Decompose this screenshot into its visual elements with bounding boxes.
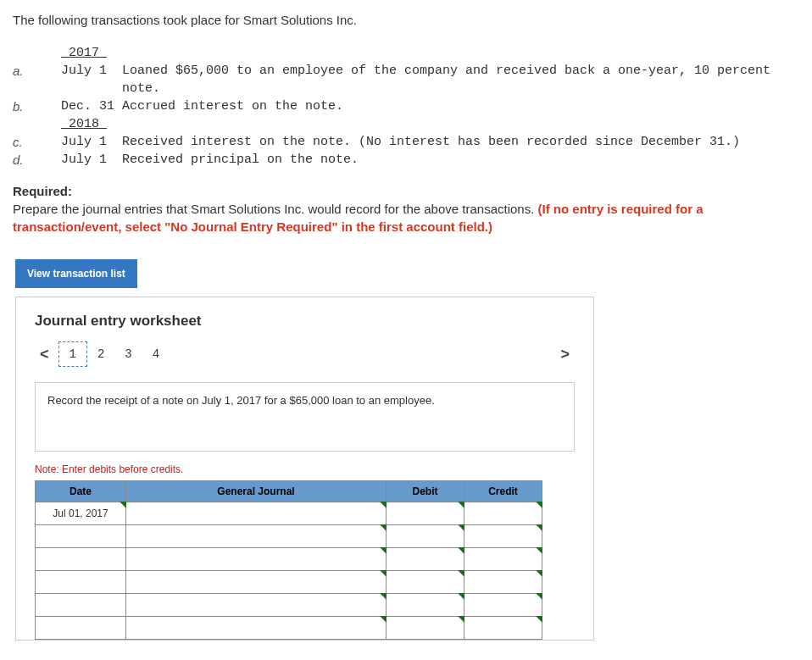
worksheet-title: Journal entry worksheet bbox=[35, 313, 575, 330]
credit-cell[interactable] bbox=[464, 594, 542, 617]
date-cell[interactable]: Jul 01, 2017 bbox=[36, 502, 126, 525]
year-2017: 2017 bbox=[61, 46, 107, 60]
tab-1[interactable]: 1 bbox=[58, 341, 87, 367]
note-text: Note: Enter debits before credits. bbox=[35, 463, 575, 475]
tab-3[interactable]: 3 bbox=[114, 342, 142, 366]
instruction-box: Record the receipt of a note on July 1, … bbox=[35, 382, 575, 452]
required-label: Required: bbox=[13, 184, 799, 198]
general-journal-cell[interactable] bbox=[126, 502, 387, 525]
date-cell[interactable] bbox=[36, 594, 126, 617]
header-date: Date bbox=[36, 481, 126, 502]
general-journal-cell[interactable] bbox=[126, 594, 387, 617]
credit-cell[interactable] bbox=[464, 548, 542, 571]
table-row bbox=[36, 548, 542, 571]
dropdown-indicator-icon bbox=[536, 502, 542, 508]
debit-cell[interactable] bbox=[387, 525, 464, 548]
view-transaction-list-button[interactable]: View transaction list bbox=[15, 259, 137, 288]
date-cell[interactable] bbox=[36, 617, 126, 640]
tab-row: < 1 2 3 4 > bbox=[35, 341, 575, 367]
table-row bbox=[36, 617, 542, 640]
intro-text: The following transactions took place fo… bbox=[13, 13, 799, 27]
table-row bbox=[36, 525, 542, 548]
date-cell[interactable] bbox=[36, 548, 126, 571]
debit-cell[interactable] bbox=[387, 548, 464, 571]
txn-d: d. July 1 Received principal on the note… bbox=[13, 151, 799, 169]
txn-c: c. July 1 Received interest on the note.… bbox=[13, 133, 799, 151]
dropdown-indicator-icon bbox=[536, 547, 542, 554]
general-journal-cell[interactable] bbox=[126, 548, 387, 571]
required-text: Prepare the journal entries that Smart S… bbox=[13, 200, 799, 236]
dropdown-indicator-icon bbox=[536, 570, 542, 577]
credit-cell[interactable] bbox=[464, 617, 542, 640]
debit-cell[interactable] bbox=[387, 571, 464, 594]
dropdown-indicator-icon bbox=[536, 593, 542, 600]
year-2018: 2018 bbox=[61, 117, 107, 131]
general-journal-cell[interactable] bbox=[126, 525, 387, 548]
general-journal-cell[interactable] bbox=[126, 617, 387, 640]
txn-a: a. July 1 Loaned $65,000 to an employee … bbox=[13, 62, 799, 97]
tab-4[interactable]: 4 bbox=[142, 342, 170, 366]
txn-b: b. Dec. 31 Accrued interest on the note. bbox=[13, 97, 799, 115]
tab-2[interactable]: 2 bbox=[87, 342, 114, 366]
header-debit: Debit bbox=[387, 481, 464, 502]
credit-cell[interactable] bbox=[464, 502, 542, 525]
table-row: Jul 01, 2017 bbox=[36, 502, 542, 525]
debit-cell[interactable] bbox=[387, 617, 464, 640]
table-header-row: Date General Journal Debit Credit bbox=[36, 481, 542, 502]
journal-table: Date General Journal Debit Credit Jul 01… bbox=[35, 480, 542, 640]
date-cell[interactable] bbox=[36, 525, 126, 548]
dropdown-indicator-icon bbox=[536, 524, 542, 531]
table-row bbox=[36, 571, 542, 594]
credit-cell[interactable] bbox=[464, 571, 542, 594]
journal-entry-worksheet: Journal entry worksheet < 1 2 3 4 > Reco… bbox=[15, 297, 594, 641]
table-row bbox=[36, 594, 542, 617]
dropdown-indicator-icon bbox=[536, 616, 542, 623]
chevron-left-icon[interactable]: < bbox=[35, 346, 54, 363]
header-general-journal: General Journal bbox=[126, 481, 387, 502]
header-credit: Credit bbox=[464, 481, 542, 502]
debit-cell[interactable] bbox=[387, 502, 464, 525]
date-cell[interactable] bbox=[36, 571, 126, 594]
general-journal-cell[interactable] bbox=[126, 571, 387, 594]
chevron-right-icon[interactable]: > bbox=[555, 346, 575, 363]
transaction-list: 2017 a. July 1 Loaned $65,000 to an empl… bbox=[13, 44, 799, 169]
credit-cell[interactable] bbox=[464, 525, 542, 548]
debit-cell[interactable] bbox=[387, 594, 464, 617]
